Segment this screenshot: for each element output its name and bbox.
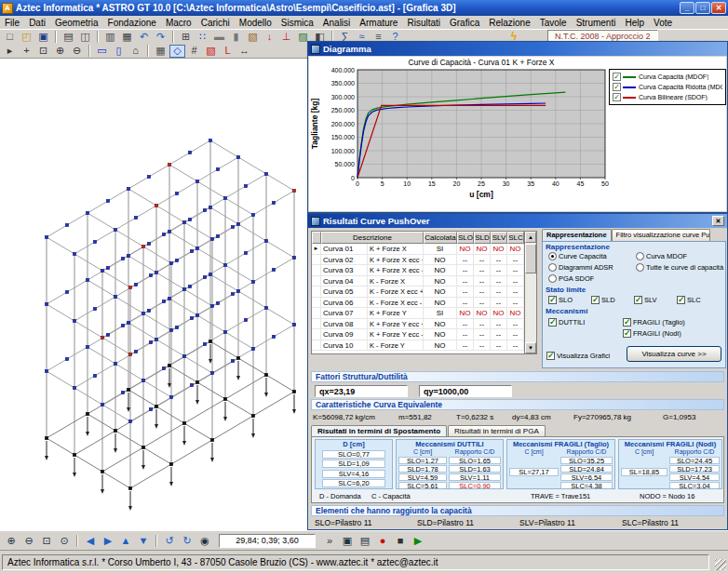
radio-diagrammi-adsr[interactable]: Diagrammi ADSR [548,263,613,272]
legend-item[interactable]: ✓Curva Capacità Ridotta (MDOF) [613,82,722,92]
beams-icon[interactable]: ▬ [211,31,227,44]
curve-row[interactable]: Curva 07K + Forze YSINONONONO [312,308,536,319]
eye-icon[interactable]: ◉ [196,533,213,549]
numbering-icon[interactable]: # [186,45,202,58]
stop-icon[interactable]: ■ [392,533,409,549]
col-slo[interactable]: SLO [457,232,474,244]
checkbox-slc[interactable]: SLC [677,296,701,304]
view-front-icon[interactable]: ▯ [111,45,127,58]
curve-row[interactable]: Curva 03K + Forze X ecc -NO-------- [312,265,536,276]
checkbox-icon[interactable] [548,318,557,326]
paste-icon[interactable]: ▦ [119,31,135,44]
menu-item-grafica[interactable]: Grafica [445,18,484,28]
copy-icon[interactable]: ▥ [102,31,118,44]
axonometry-icon[interactable]: ⌂ [128,45,143,58]
pan-down-icon[interactable]: ▼ [135,533,152,549]
zoom-extents-icon[interactable]: ⊙ [56,533,73,549]
loads-icon[interactable]: ↓ [262,31,277,44]
supports-icon[interactable]: ⊥ [278,31,294,44]
new-file-icon[interactable]: □ [2,31,18,44]
radio-curve-capacita[interactable]: Curve Capacità [548,252,607,260]
menu-item-analisi[interactable]: Analisi [318,18,355,28]
radio-icon[interactable] [636,263,644,272]
table-scrollbar[interactable]: ▲ ▼ [524,232,536,353]
record-icon[interactable]: ● [374,533,391,549]
legend-checkbox[interactable]: ✓ [613,93,621,101]
menu-item-armature[interactable]: Armature [355,18,402,28]
diagram-window-titlebar[interactable]: Diagramma [308,42,727,56]
close-button[interactable]: ✕ [711,2,726,14]
col-slc[interactable]: SLC [507,232,524,244]
print-preview-icon[interactable]: ◫ [77,31,93,44]
radio-icon[interactable] [636,252,644,260]
checkbox-slv[interactable]: SLV [634,296,657,304]
zoom-out-icon[interactable]: ⊖ [20,533,37,549]
zoom-window-icon[interactable]: ⊡ [35,45,51,58]
results-window-titlebar[interactable]: Risultati Curve PushOver ✕ [308,214,727,228]
col-calcolata[interactable]: Calcolata [424,232,457,244]
redo-icon[interactable]: ↷ [153,31,169,44]
radio-curva-mdof[interactable]: Curva MDOF [636,252,687,260]
curve-row[interactable]: Curva 10K - Forze YNO-------- [312,340,536,352]
zoom-in-icon[interactable]: ⊕ [3,533,20,549]
checkbox-icon[interactable] [591,296,600,304]
curve-row[interactable]: Curva 05K - Forze X ecc +NO-------- [312,286,536,298]
menu-item-sismica[interactable]: Sismica [276,18,318,28]
pointer-icon[interactable]: ▸ [2,45,18,58]
radio-tutte-le-curve[interactable]: Tutte le curve di capacità [636,263,725,272]
resize-grip[interactable] [715,559,726,570]
pan-icon[interactable]: + [19,45,34,58]
radio-pga-sdof[interactable]: PGA SDOF [548,274,594,283]
legend-item[interactable]: ✓Curva Bilineare (SDOF) [613,92,722,102]
scroll-up-icon[interactable]: ▲ [525,232,536,243]
pan-up-icon[interactable]: ▲ [117,533,134,549]
print-icon[interactable]: ▤ [61,31,76,44]
colors-icon[interactable]: ▧ [203,45,219,58]
maximize-button[interactable]: □ [695,2,710,14]
tab-rappresentazione[interactable]: Rappresentazione [542,229,612,241]
checkbox-slo[interactable]: SLO [548,296,573,304]
curve-row[interactable]: Curva 02K + Forze X ecc +NO-------- [312,255,536,266]
menu-item-vote[interactable]: Vote [649,18,677,28]
menu-item-risultati[interactable]: Risultati [402,18,445,28]
checkbox-fragili-nodi[interactable]: FRAGILI (Nodi) [623,329,681,338]
checkbox-icon[interactable] [546,352,555,360]
menu-item-macro[interactable]: Macro [161,18,196,28]
pan-right-icon[interactable]: ▶ [100,533,116,549]
snapshot-icon[interactable]: ▣ [339,533,356,549]
local-axes-icon[interactable]: L [220,45,236,58]
curve-row[interactable]: ►Curva 01K + Forze XSINONONONO [312,244,536,255]
menu-item-modello[interactable]: Modello [235,18,276,28]
rotate-right-icon[interactable]: ↻ [179,533,195,549]
scroll-thumb[interactable] [525,244,536,273]
menu-item-fondazione[interactable]: Fondazione [103,18,161,28]
menu-item-strumenti[interactable]: Strumenti [572,18,621,28]
tab-filtro-curve[interactable]: Filtro visualizzazione curve Push-Over [612,229,710,241]
menu-item-help[interactable]: Help [620,18,649,28]
walkthrough-icon[interactable]: » [321,533,338,549]
checkbox-sld[interactable]: SLD [591,296,615,304]
columns-icon[interactable]: ▮ [228,31,244,44]
legend-checkbox[interactable]: ✓ [613,83,621,91]
menu-item-relazione[interactable]: Relazione [484,18,534,28]
menu-item-carichi[interactable]: Carichi [196,18,235,28]
menu-item-geometria[interactable]: Geometria [50,18,103,28]
checkbox-duttili[interactable]: DUTTILI [548,318,585,326]
close-icon[interactable]: ✕ [712,216,724,226]
structure-wireframe[interactable] [0,59,307,530]
save-icon[interactable]: ▣ [35,31,51,44]
slab-icon[interactable]: ▧ [245,31,261,44]
checkbox-fragili-taglio[interactable]: FRAGILI (Taglio) [623,318,685,326]
radio-icon[interactable] [548,252,557,260]
col-descrizione[interactable]: Descrizione [321,232,424,244]
video-icon[interactable]: ▤ [357,533,373,549]
open-file-icon[interactable]: ◰ [19,31,34,44]
curve-row[interactable]: Curva 08K + Forze Y ecc +NO-------- [312,319,536,330]
rotate-left-icon[interactable]: ↺ [161,533,178,549]
menu-item-dati[interactable]: Dati [24,18,50,28]
minimize-button[interactable]: _ [680,2,694,14]
menu-item-tavole[interactable]: Tavole [535,18,572,28]
legend-item[interactable]: ✓Curva Capacità (MDOF) [613,72,722,82]
checkbox-icon[interactable] [623,318,631,326]
nodes-icon[interactable]: ∷ [195,31,210,44]
